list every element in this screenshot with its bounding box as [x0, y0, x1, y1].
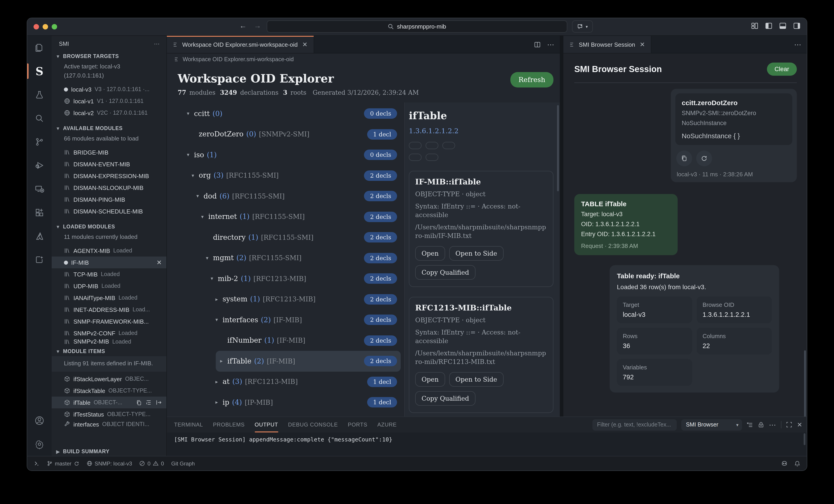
- toggle-panel-icon[interactable]: [779, 22, 786, 29]
- search-icon[interactable]: [27, 107, 52, 130]
- tree-row[interactable]: ▸ ifTable (2) [IF-MIB] 2 decls: [216, 351, 401, 371]
- tree-arrow-icon[interactable]: ▾: [204, 255, 210, 261]
- tree-row[interactable]: ▾ internet (1) [RFC1155-SMI] 2 decls: [197, 206, 401, 227]
- lock-icon[interactable]: [758, 421, 764, 428]
- open-to-side-button[interactable]: Open to Side: [449, 372, 504, 387]
- output-content[interactable]: [SMI Browser Session] appendMessage:comp…: [167, 432, 807, 456]
- smi-extension-icon[interactable]: S: [27, 59, 52, 83]
- toggle-sidebar-icon[interactable]: [765, 22, 772, 29]
- copy-qualified-button[interactable]: Copy Qualified: [415, 265, 476, 280]
- more-actions-icon[interactable]: ⋯: [769, 420, 777, 429]
- retry-request-button[interactable]: [696, 151, 712, 166]
- loaded-module-item[interactable]: SNMPv2-MIB Loaded ✕: [52, 339, 166, 344]
- loaded-module-item[interactable]: SNMPv2-CONF Loaded ✕: [52, 327, 166, 339]
- tree-arrow-icon[interactable]: ▾: [214, 317, 220, 323]
- panel-tab[interactable]: PORTS: [348, 417, 367, 432]
- tree-arrow-icon[interactable]: ▾: [190, 173, 196, 179]
- output-filter-input[interactable]: [593, 419, 677, 430]
- browser-target-item[interactable]: local-v2 V2C · 127.0.0.1:161: [52, 107, 166, 119]
- branch-indicator[interactable]: master: [47, 460, 79, 467]
- tree-row[interactable]: ▾ dod (6) [RFC1155-SMI] 2 decls: [192, 186, 401, 206]
- module-item[interactable]: DISMAN-SCHEDULE-MIB: [52, 205, 166, 217]
- open-button[interactable]: Open: [415, 246, 445, 261]
- settings-gear-icon[interactable]: [27, 432, 52, 456]
- close-tab-icon[interactable]: ✕: [302, 41, 308, 48]
- panel-tab[interactable]: OUTPUT: [255, 417, 278, 432]
- split-editor-icon[interactable]: [534, 41, 541, 48]
- snmp-target-indicator[interactable]: SNMP: local-v3: [86, 460, 132, 467]
- loaded-module-item[interactable]: SNMP-FRAMEWORK-MIB... ✕: [52, 315, 166, 327]
- detail-action-button[interactable]: [409, 142, 421, 149]
- tree-arrow-icon[interactable]: ▸: [214, 399, 220, 406]
- close-panel-icon[interactable]: ✕: [797, 421, 802, 428]
- section-available-modules[interactable]: ▼ AVAILABLE MODULES: [52, 123, 166, 133]
- output-scrollbar[interactable]: [804, 433, 806, 445]
- copilot-edits-icon[interactable]: [27, 248, 52, 271]
- tree-row[interactable]: ▾ mib-2 (1) [RFC1213-MIB] 2 decls: [206, 268, 401, 289]
- detail-scrollbar[interactable]: [557, 105, 559, 191]
- copy-result-button[interactable]: [676, 151, 692, 166]
- tree-row[interactable]: ▾ org (3) [RFC1155-SMI] 2 decls: [187, 165, 401, 186]
- detail-action-button[interactable]: [442, 142, 455, 149]
- tree-arrow-icon[interactable]: ▾: [185, 152, 191, 158]
- module-item[interactable]: DISMAN-PING-MIB: [52, 194, 166, 205]
- testing-icon[interactable]: [27, 83, 52, 107]
- explorer-icon[interactable]: [27, 36, 52, 59]
- run-debug-icon[interactable]: [27, 154, 52, 177]
- close-tab-icon[interactable]: ✕: [640, 41, 645, 48]
- module-item-row[interactable]: ifTable OBJECT-...: [52, 397, 166, 408]
- tab-workspace-oid-explorer[interactable]: Workspace OID Explorer.smi-workspace-oid…: [167, 36, 314, 53]
- copy-icon[interactable]: [136, 399, 142, 406]
- clear-output-icon[interactable]: [747, 421, 753, 428]
- detail-action-button[interactable]: [425, 154, 438, 161]
- module-item-row[interactable]: ifStackLowerLayer OBJEC...: [52, 373, 166, 385]
- loaded-module-item[interactable]: UDP-MIB Loaded ✕: [52, 280, 166, 292]
- refresh-button[interactable]: Refresh: [510, 72, 553, 87]
- maximize-panel-icon[interactable]: [786, 421, 792, 428]
- open-to-side-button[interactable]: Open to Side: [449, 246, 504, 261]
- tree-arrow-icon[interactable]: ▸: [214, 297, 220, 302]
- tree-arrow-icon[interactable]: ▾: [209, 276, 215, 282]
- azure-icon[interactable]: [27, 224, 52, 248]
- tree-arrow-icon[interactable]: ▸: [218, 358, 225, 364]
- copy-qualified-button[interactable]: Copy Qualified: [415, 391, 476, 406]
- forward-icon[interactable]: →: [254, 22, 261, 30]
- session-scrollbar[interactable]: [804, 350, 806, 417]
- editor-splitter[interactable]: [560, 36, 564, 417]
- sidebar-more-icon[interactable]: ⋯: [154, 40, 160, 47]
- accounts-icon[interactable]: [27, 409, 52, 432]
- detail-action-button[interactable]: [409, 154, 421, 161]
- more-actions-icon[interactable]: ⋯: [547, 40, 554, 49]
- tree-row[interactable]: ▾ mgmt (2) [RFC1155-SMI] 2 decls: [201, 248, 401, 268]
- tree-row[interactable]: ▸ system (1) [RFC1213-MIB] 2 decls: [211, 289, 401, 310]
- open-button[interactable]: Open: [415, 372, 445, 387]
- copilot-menu-button[interactable]: ▾: [572, 20, 593, 32]
- zoom-window-button[interactable]: [52, 24, 57, 29]
- minimize-window-button[interactable]: [43, 24, 48, 29]
- detail-action-button[interactable]: [425, 142, 438, 149]
- clear-button[interactable]: Clear: [767, 63, 797, 76]
- panel-tab[interactable]: AZURE: [377, 417, 397, 432]
- back-icon[interactable]: ←: [239, 22, 246, 30]
- copilot-icon[interactable]: [781, 460, 788, 467]
- module-item-row[interactable]: ifStackTable OBJECT-TYPE...: [52, 385, 166, 397]
- section-loaded-modules[interactable]: ▼ LOADED MODULES: [52, 221, 166, 232]
- command-center[interactable]: sharpsnmppro-mib: [267, 20, 567, 32]
- browser-target-item[interactable]: local-v3 V3 · 127.0.0.1:161 ·...: [52, 83, 166, 95]
- module-item[interactable]: BRIDGE-MIB: [52, 147, 166, 158]
- tree-row[interactable]: directory (1) [RFC1155-SMI] 2 decls: [201, 227, 401, 248]
- tree-row[interactable]: ▾ ccitt (0) 0 decls: [182, 103, 401, 124]
- panel-tab[interactable]: TERMINAL: [174, 417, 203, 432]
- browser-target-item[interactable]: local-v1 V1 · 127.0.0.1:161: [52, 95, 166, 107]
- loaded-module-item[interactable]: INET-ADDRESS-MIB Load... ✕: [52, 304, 166, 315]
- output-channel-select[interactable]: SMI Browser ▾: [681, 419, 742, 430]
- customize-layout-icon[interactable]: [751, 22, 758, 29]
- tree-row[interactable]: zeroDotZero (0) [SNMPv2-SMI] 1 decl: [187, 124, 401, 145]
- open-to-side-icon[interactable]: [155, 399, 162, 406]
- source-control-icon[interactable]: [27, 130, 52, 154]
- tree-arrow-icon[interactable]: ▾: [185, 111, 191, 117]
- tree-row[interactable]: ▸ at (3) [RFC1213-MIB] 1 decl: [211, 371, 401, 392]
- more-actions-icon[interactable]: ⋯: [794, 40, 802, 49]
- notifications-bell-icon[interactable]: [794, 460, 800, 467]
- close-window-button[interactable]: [34, 24, 39, 29]
